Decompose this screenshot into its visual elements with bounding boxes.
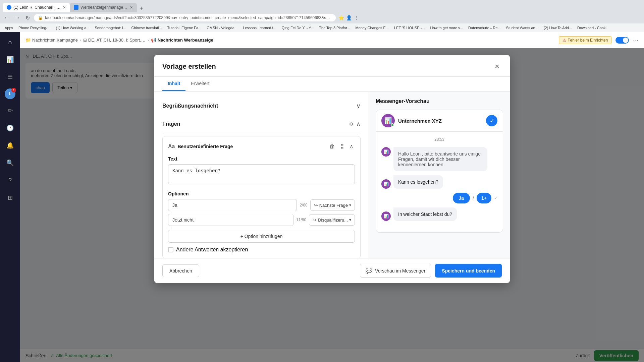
- breadcrumb-chevron-1: ›: [80, 38, 81, 43]
- sidebar-home-icon[interactable]: ⌂: [4, 36, 16, 48]
- greeting-message-bubble: 📊 Hallo Leon , bitte beantworte uns eini…: [381, 147, 497, 171]
- dialog-body: Begrüßungsnachricht ∨ Fragen ⚙ ∧: [154, 92, 510, 258]
- andere-antworten-checkbox[interactable]: [168, 247, 173, 252]
- tab-favicon-active: [7, 5, 11, 10]
- forward-button[interactable]: →: [13, 14, 21, 21]
- option-1-action-label: Nächste Frage: [319, 203, 348, 208]
- bookmark-sonder[interactable]: Sonderangebot: i...: [93, 25, 128, 31]
- address-bar[interactable]: 🔒 facebook.com/adsmanager/manage/ads/edi…: [34, 14, 336, 21]
- text-field-label: Text: [168, 156, 355, 162]
- back-button[interactable]: ←: [3, 14, 11, 21]
- toggle-button[interactable]: [615, 37, 629, 44]
- new-tab-button[interactable]: +: [137, 5, 146, 12]
- tab-inactive[interactable]: Werbeanzeigenmanager - Wer... ×: [70, 3, 137, 12]
- dialog-header: Vorlage erstellen ×: [154, 55, 510, 77]
- preview-messenger-button[interactable]: 💬 Vorschau im Messenger: [360, 264, 431, 278]
- sent-check-icon: ✓: [494, 196, 497, 200]
- browser-chrome: (1) Leon R. Chaudhari | Face... × Werbea…: [0, 0, 644, 23]
- messenger-check-icon[interactable]: ✓: [486, 115, 497, 126]
- drag-question-button[interactable]: ⣿: [339, 142, 345, 151]
- option-row-1: 2/80 ↪ Nächste Frage ▾: [168, 199, 355, 211]
- tab-close-inactive[interactable]: ×: [130, 5, 133, 10]
- question-type-label: Benutzerdefinierte Frage: [177, 144, 233, 149]
- company-name: Unternehmen XYZ: [398, 118, 442, 124]
- tab-close-active[interactable]: ×: [63, 5, 66, 10]
- sidebar-pencil-icon[interactable]: ✏: [4, 105, 16, 117]
- company-avatar-q2: 📊: [381, 212, 391, 221]
- bookmark-chinese[interactable]: Chinese translati...: [129, 25, 164, 31]
- profile-button[interactable]: 👤: [346, 15, 352, 20]
- question-card-header: Aa Benutzerdefinierte Frage 🗑 ⣿ ∧: [168, 142, 355, 151]
- bookmark-daten[interactable]: Datenschutz – Re...: [466, 25, 503, 31]
- dialog-form: Begrüßungsnachricht ∨ Fragen ⚙ ∧: [154, 92, 369, 258]
- delete-question-button[interactable]: 🗑: [328, 142, 336, 151]
- error-badge: ⚠ Fehler beim Einrichten: [559, 36, 611, 44]
- extensions-button[interactable]: ⭐: [338, 15, 344, 20]
- add-option-button[interactable]: + Option hinzufügen: [168, 230, 355, 243]
- sidebar-avatar[interactable]: L 1: [5, 88, 15, 99]
- dialog: Vorlage erstellen × Inhalt Erweitert: [154, 55, 510, 283]
- sidebar-menu-icon[interactable]: ☰: [4, 71, 16, 83]
- bookmark-phone[interactable]: Phone Recycling-...: [16, 25, 52, 31]
- options-label: Optionen: [168, 191, 355, 196]
- messenger-body: 23:53 📊 Hallo Leon , bitte beantworte un…: [376, 132, 503, 232]
- bookmark-morev[interactable]: How to get more v...: [428, 25, 465, 31]
- tab-inhalt[interactable]: Inhalt: [162, 77, 185, 91]
- bookmark-add[interactable]: (2) How To Add...: [542, 25, 574, 31]
- bookmark-money[interactable]: Money Changes E...: [353, 25, 391, 31]
- reply-ja-button[interactable]: Ja: [453, 193, 470, 203]
- fragen-toggle-button[interactable]: ∧: [356, 120, 361, 128]
- sidebar-help-icon[interactable]: ?: [4, 174, 16, 186]
- option-2-action[interactable]: ↪ Disqualifizeru... ▾: [309, 214, 355, 226]
- bookmark-gmsn[interactable]: GMSN - Vologda...: [205, 25, 239, 31]
- cancel-button[interactable]: Abbrechen: [162, 264, 199, 277]
- bookmark-download[interactable]: Download - Cooki...: [575, 25, 611, 31]
- bookmark-working[interactable]: (1) How Working a...: [54, 25, 91, 31]
- refresh-button[interactable]: ↻: [24, 14, 31, 22]
- bookmark-lee[interactable]: LEE 'S HOUSE -...: [392, 25, 427, 31]
- collapse-question-button[interactable]: ∧: [348, 142, 355, 151]
- sidebar-bell-icon[interactable]: 🔔: [4, 139, 16, 152]
- dialog-close-button[interactable]: ×: [492, 62, 502, 71]
- browser-tabs: (1) Leon R. Chaudhari | Face... × Werbea…: [0, 0, 644, 12]
- menu-button[interactable]: ⋮: [354, 15, 359, 20]
- messenger-header: 📊 Unternehmen XYZ ✓: [376, 110, 503, 132]
- reply-more-button[interactable]: 1+: [477, 193, 491, 203]
- sidebar-search-icon[interactable]: 🔍: [4, 157, 16, 169]
- tab-title-active: (1) Leon R. Chaudhari | Face...: [13, 5, 61, 10]
- tab-erweitert[interactable]: Erweitert: [185, 77, 215, 91]
- question2-text: In welcher Stadt lebst du?: [393, 207, 457, 221]
- tab-active[interactable]: (1) Leon R. Chaudhari | Face... ×: [3, 3, 70, 12]
- bookmark-qing[interactable]: Qing Fei De Yi - Y...: [280, 25, 316, 31]
- warning-icon: ⚠: [562, 38, 566, 43]
- breadcrumb-megaphone-icon: 📢: [151, 38, 156, 43]
- bookmarks-bar: Apps Phone Recycling-... (1) How Working…: [0, 23, 644, 32]
- sidebar-clock-icon[interactable]: 🕐: [4, 122, 16, 134]
- bookmark-student[interactable]: Student Wants an...: [504, 25, 540, 31]
- breadcrumb: 📁 Nachrichten Kampagne › ⊞ DE, AT, CH, 1…: [25, 38, 213, 43]
- bookmark-top3[interactable]: The Top 3 Platfor...: [317, 25, 352, 31]
- fragen-settings-icon[interactable]: ⚙: [349, 121, 354, 127]
- reply-buttons: Ja / 1+ ✓: [381, 193, 497, 203]
- question-text-input[interactable]: Kann es losgehen?: [168, 164, 355, 184]
- option-1-input[interactable]: [168, 199, 297, 211]
- breadcrumb-item-kampagne[interactable]: 📁 Nachrichten Kampagne: [25, 38, 78, 43]
- breadcrumb-item-ad[interactable]: 📢 Nachrichten Werbeanzeige: [151, 38, 213, 43]
- text-field-group: Text Kann es losgehen?: [168, 156, 355, 186]
- breadcrumb-item-adset[interactable]: ⊞ DE, AT, CH, 18-30, I: Sport,…: [83, 38, 146, 43]
- save-button[interactable]: Speichern und beenden: [435, 264, 502, 278]
- tab-title-inactive: Werbeanzeigenmanager - Wer...: [80, 5, 128, 10]
- bookmark-apps[interactable]: Apps: [3, 25, 15, 31]
- more-options-button[interactable]: ···: [633, 36, 639, 44]
- sidebar-grid-icon[interactable]: ⊞: [4, 192, 16, 204]
- question1-bubble: 📊 Kann es losgehen?: [381, 175, 497, 189]
- main-area: 📁 Nachrichten Kampagne › ⊞ DE, AT, CH, 1…: [20, 32, 644, 362]
- option-2-input[interactable]: [168, 214, 293, 226]
- begruessung-toggle-button[interactable]: ∨: [356, 102, 361, 110]
- sidebar-chart-icon[interactable]: 📊: [4, 54, 16, 66]
- bookmark-tutorial[interactable]: Tutorial: Eigene Fa...: [165, 25, 204, 31]
- option-1-action[interactable]: ↪ Nächste Frage ▾: [310, 199, 355, 211]
- bookmark-lessons[interactable]: Lessons Learned f...: [241, 25, 278, 31]
- dialog-preview: Messenger-Vorschau 📊: [369, 92, 510, 258]
- dialog-overlay: Vorlage erstellen × Inhalt Erweitert: [20, 48, 644, 362]
